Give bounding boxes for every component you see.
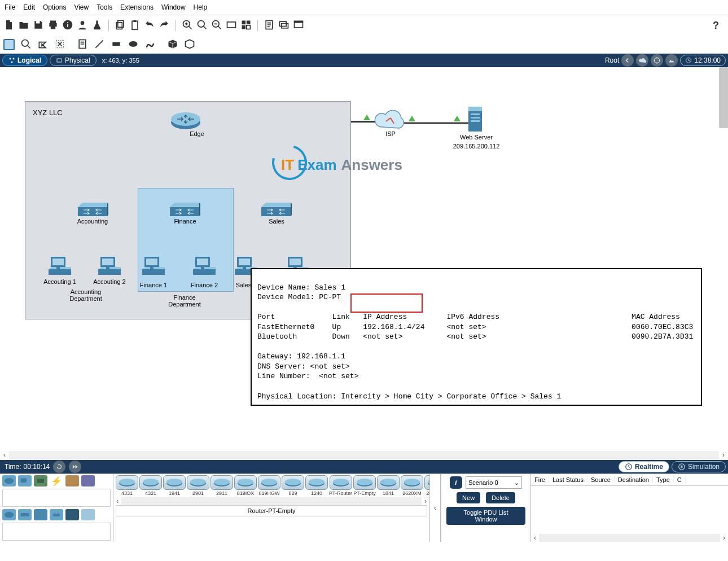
select-tool[interactable] (3, 39, 15, 50)
subcat-hub[interactable] (34, 509, 47, 520)
router-edge[interactable] (170, 110, 201, 132)
workspace[interactable]: XYZ LLC Edge ISP Web Server 209.165.200.… (0, 67, 728, 451)
cat-misc[interactable] (65, 475, 79, 487)
device-2620xm[interactable]: 2620XM (401, 475, 423, 496)
col-destination[interactable]: Destination (615, 476, 653, 483)
device-1240[interactable]: 1240 (305, 475, 328, 496)
menu-tools[interactable]: Tools (97, 3, 112, 11)
delete-scenario-button[interactable]: Delete (486, 492, 515, 503)
subcat-wireless[interactable] (50, 509, 63, 520)
save-icon[interactable] (33, 19, 44, 32)
note-tool-icon[interactable] (77, 38, 88, 51)
vertical-scrollbar[interactable] (719, 67, 728, 128)
info-icon[interactable] (62, 19, 73, 32)
device-pt-empty[interactable]: PT-Empty (353, 475, 376, 496)
zoom-in-icon[interactable] (182, 19, 193, 32)
pc-finance-1[interactable] (141, 256, 166, 278)
device-829[interactable]: 829 (282, 475, 304, 496)
paste-icon[interactable] (129, 19, 141, 32)
col-fire[interactable]: Fire (531, 476, 549, 483)
pc-finance-2[interactable] (192, 256, 217, 278)
canvas[interactable]: XYZ LLC Edge ISP Web Server 209.165.200.… (2, 69, 717, 449)
cat-connections[interactable]: ⚡ (50, 475, 63, 487)
open-file-icon[interactable] (18, 19, 29, 32)
pc-accounting-1[interactable] (47, 256, 72, 278)
tile-icon[interactable] (240, 19, 252, 32)
complex-pdu-icon[interactable] (184, 38, 195, 51)
zoom-out-icon[interactable] (211, 19, 222, 32)
rect-shape-icon[interactable] (111, 38, 122, 51)
toggle-pdu-button[interactable]: Toggle PDU List Window (446, 507, 525, 525)
copy-icon[interactable] (115, 19, 126, 32)
cloud-nav-icon[interactable] (636, 54, 648, 67)
undo-icon[interactable] (144, 19, 155, 32)
col-extra[interactable]: C (674, 476, 686, 483)
device-2911[interactable]: 2911 (210, 475, 233, 496)
col-type[interactable]: Type (653, 476, 674, 483)
device-4331[interactable]: 4331 (116, 475, 138, 496)
subcat-security[interactable] (65, 509, 79, 520)
col-source[interactable]: Source (587, 476, 615, 483)
rect-tool-icon[interactable] (226, 19, 237, 32)
target-nav-icon[interactable] (651, 54, 663, 67)
realtime-mode[interactable]: Realtime (619, 461, 669, 472)
inspect-icon[interactable] (20, 38, 32, 51)
menu-help[interactable]: Help (194, 3, 208, 11)
menu-view[interactable]: View (74, 3, 89, 11)
isp-cloud[interactable] (374, 110, 407, 133)
cat-multiuser[interactable] (81, 475, 95, 487)
subcat-wan[interactable] (81, 509, 95, 520)
device-4321[interactable]: 4321 (139, 475, 162, 496)
physical-view-tab[interactable]: Physical (50, 55, 97, 66)
notes-icon[interactable] (264, 19, 275, 32)
menu-options[interactable]: Options (43, 3, 66, 11)
menu-extensions[interactable]: Extensions (120, 3, 154, 11)
print-icon[interactable] (47, 19, 59, 32)
device-hscroll[interactable]: ‹› (113, 497, 429, 505)
panel-collapse-icon[interactable]: ‹ (429, 474, 441, 542)
root-label[interactable]: Root (605, 56, 619, 64)
cat-network[interactable] (2, 475, 16, 487)
switch-finance[interactable] (169, 201, 200, 218)
image-nav-icon[interactable] (665, 54, 678, 67)
resize-tool-icon[interactable] (54, 38, 65, 51)
switch-accounting[interactable] (77, 201, 108, 218)
new-file-icon[interactable] (3, 19, 15, 32)
simple-pdu-icon[interactable] (167, 38, 178, 51)
menu-window[interactable]: Window (161, 3, 186, 11)
scenario-select[interactable]: Scenario 0⌄ (466, 476, 522, 489)
layers-icon[interactable] (278, 19, 290, 32)
device-819hgw[interactable]: 819HGW (258, 475, 280, 496)
ellipse-shape-icon[interactable] (128, 38, 139, 51)
device-2621xm[interactable]: 2621XM (424, 475, 429, 496)
device-1841[interactable]: 1841 (377, 475, 400, 496)
device-819iox[interactable]: 819IOX (234, 475, 257, 496)
switch-sales[interactable] (260, 201, 292, 218)
new-scenario-button[interactable]: New (457, 492, 480, 503)
scenario-info-icon[interactable]: i (450, 476, 462, 489)
back-icon[interactable] (621, 54, 634, 67)
device-2901[interactable]: 2901 (187, 475, 209, 496)
cat-end[interactable] (18, 475, 32, 487)
line-tool-icon[interactable] (94, 38, 105, 51)
menu-edit[interactable]: Edit (23, 3, 35, 11)
pc-accounting-2[interactable] (97, 256, 122, 278)
workspace-hscroll[interactable]: ‹› (0, 451, 728, 460)
device-pt-router[interactable]: PT-Router (329, 475, 352, 496)
subcat-router[interactable] (2, 509, 16, 520)
simulation-mode[interactable]: Simulation (672, 461, 726, 472)
subcat-switch[interactable] (18, 509, 32, 520)
cat-components[interactable] (34, 475, 47, 487)
menu-file[interactable]: File (5, 3, 15, 11)
help-icon[interactable]: ? (713, 20, 725, 32)
user-icon[interactable] (77, 19, 88, 32)
fast-forward-icon[interactable] (69, 461, 81, 473)
reset-time-icon[interactable] (53, 461, 65, 473)
pdu-hscroll[interactable]: ‹› (531, 534, 728, 542)
redo-icon[interactable] (159, 19, 170, 32)
viewport-icon[interactable] (293, 19, 304, 32)
freeform-icon[interactable] (144, 38, 156, 51)
logical-view-tab[interactable]: Logical (2, 55, 47, 66)
col-last-status[interactable]: Last Status (549, 476, 587, 483)
zoom-reset-icon[interactable] (196, 19, 208, 32)
